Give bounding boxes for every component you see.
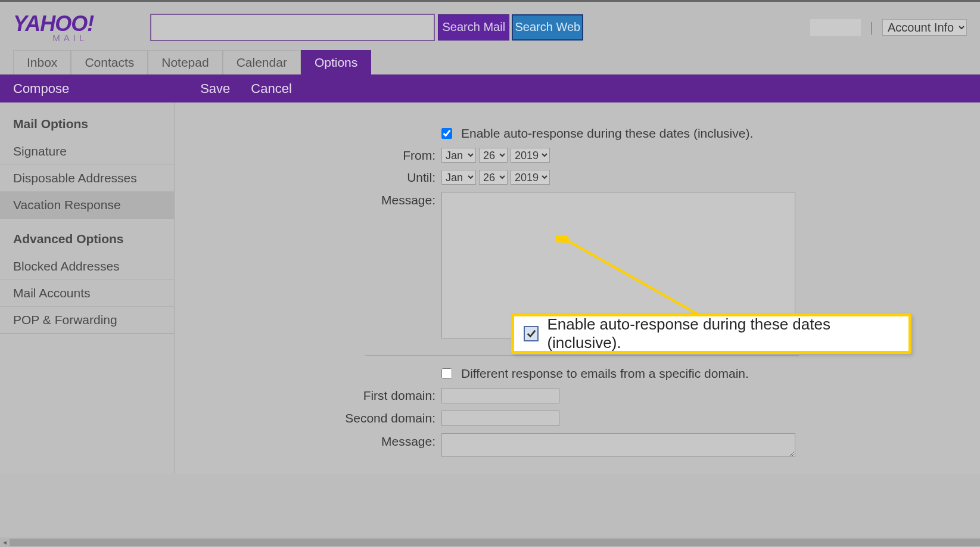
domain-message-textarea[interactable] (441, 433, 795, 457)
section-separator (365, 355, 799, 356)
tab-contacts[interactable]: Contacts (71, 50, 148, 74)
sidebar-item-pop-forwarding[interactable]: POP & Forwarding (0, 306, 174, 333)
sidebar-item-disposable-addresses[interactable]: Disposable Addresses (0, 164, 174, 191)
sidebar: Mail Options Signature Disposable Addres… (0, 102, 175, 474)
until-day-select[interactable]: 26 (479, 170, 508, 185)
different-response-checkbox[interactable] (441, 368, 452, 379)
sidebar-item-blocked-addresses[interactable]: Blocked Addresses (0, 253, 174, 279)
logo-brand-text: YAHOO (13, 11, 87, 36)
account-separator: | (870, 20, 873, 35)
callout-box: Enable auto-response during these dates … (511, 313, 911, 354)
message2-label: Message: (175, 433, 441, 449)
action-bar: Compose Save Cancel (0, 74, 980, 102)
callout-text: Enable auto-response during these dates … (547, 315, 899, 352)
sidebar-item-signature[interactable]: Signature (0, 138, 174, 164)
different-response-label: Different response to emails from a spec… (461, 366, 749, 381)
from-year-select[interactable]: 2019 (511, 148, 550, 163)
logo-bang: ! (87, 11, 94, 36)
sidebar-item-mail-accounts[interactable]: Mail Accounts (0, 279, 174, 306)
search-input[interactable] (150, 14, 435, 41)
from-month-select[interactable]: Jan (441, 148, 476, 163)
first-domain-label: First domain: (175, 389, 441, 403)
scroll-track[interactable] (10, 539, 980, 546)
until-year-select[interactable]: 2019 (511, 170, 550, 185)
content-row: Mail Options Signature Disposable Addres… (0, 102, 980, 474)
enable-auto-response-checkbox[interactable] (441, 128, 452, 139)
account-area: | Account Info (810, 19, 967, 36)
search-wrap: Search Mail Search Web (150, 14, 583, 41)
avatar (810, 19, 861, 36)
sidebar-header-mail-options: Mail Options (0, 114, 174, 138)
tab-calendar[interactable]: Calendar (223, 50, 301, 74)
message-label: Message: (175, 192, 441, 207)
second-domain-input[interactable] (441, 411, 559, 426)
tab-inbox[interactable]: Inbox (13, 50, 71, 74)
sidebar-header-advanced-options: Advanced Options (0, 229, 174, 253)
compose-button[interactable]: Compose (13, 81, 69, 97)
second-domain-label: Second domain: (175, 411, 441, 425)
enable-auto-response-label: Enable auto-response during these dates … (461, 126, 753, 141)
scroll-left-arrow-icon[interactable]: ◂ (0, 538, 10, 546)
until-month-select[interactable]: Jan (441, 170, 476, 185)
search-web-button[interactable]: Search Web (512, 14, 583, 41)
until-label: Until: (175, 170, 441, 185)
top-bar: YAHOO! MAIL Search Mail Search Web | Acc… (0, 2, 980, 52)
main-pane: Enable auto-response during these dates … (175, 102, 980, 474)
save-button[interactable]: Save (200, 81, 230, 97)
tab-options[interactable]: Options (301, 50, 371, 74)
sidebar-item-vacation-response[interactable]: Vacation Response (0, 191, 174, 218)
account-info-select[interactable]: Account Info (882, 19, 967, 36)
from-day-select[interactable]: 26 (479, 148, 508, 163)
tab-notepad[interactable]: Notepad (148, 50, 222, 74)
yahoo-mail-logo: YAHOO! MAIL (13, 11, 94, 43)
horizontal-scrollbar[interactable]: ◂ (0, 537, 980, 547)
callout-checkbox-icon (524, 326, 539, 341)
search-mail-button[interactable]: Search Mail (438, 14, 509, 41)
cancel-button[interactable]: Cancel (251, 81, 291, 97)
tabs-row: Inbox Contacts Notepad Calendar Options (0, 52, 980, 74)
from-label: From: (175, 148, 441, 163)
first-domain-input[interactable] (441, 388, 559, 403)
